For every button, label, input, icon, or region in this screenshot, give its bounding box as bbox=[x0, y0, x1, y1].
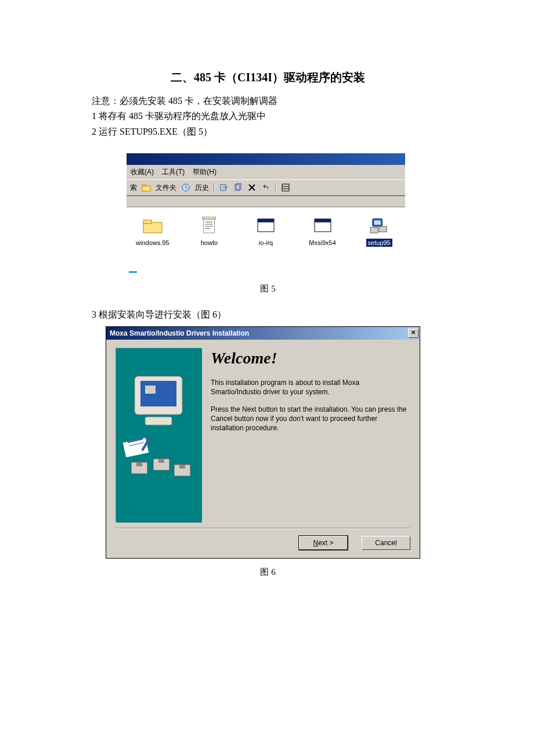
installer-heading: Welcome! bbox=[211, 349, 410, 368]
file-item[interactable]: io-irq bbox=[246, 217, 286, 247]
toolbar-history[interactable]: 历史 bbox=[195, 183, 209, 193]
svg-rect-9 bbox=[143, 222, 162, 233]
file-item[interactable]: howto bbox=[189, 217, 230, 247]
menu-favorites[interactable]: 收藏(A) bbox=[131, 167, 154, 177]
menu-help[interactable]: 帮助(H) bbox=[193, 167, 217, 177]
file-label: howto bbox=[199, 239, 219, 247]
figure-6-installer: Moxa Smartio/Industio Drivers Installati… bbox=[106, 326, 420, 559]
svg-rect-20 bbox=[315, 219, 331, 222]
installer-paragraph-2: Press the Next button to start the insta… bbox=[211, 405, 410, 433]
svg-rect-24 bbox=[370, 228, 378, 233]
file-item[interactable]: Mxsi9x54 bbox=[302, 217, 343, 247]
toolbar-search-fragment[interactable]: 索 bbox=[130, 183, 137, 193]
file-item[interactable]: setup95 bbox=[359, 217, 399, 247]
undo-icon[interactable] bbox=[261, 183, 270, 192]
installer-paragraph-1: This installation program is about to in… bbox=[211, 378, 410, 397]
delete-icon[interactable] bbox=[247, 183, 257, 192]
history-icon bbox=[181, 183, 190, 192]
explorer-toolbar: 索 文件夹 历史 bbox=[127, 179, 405, 196]
step-2: 2 运行 SETUP95.EXE（图 5） bbox=[92, 124, 444, 139]
file-label: windows.95 bbox=[134, 239, 171, 247]
menu-tools[interactable]: 工具(T) bbox=[162, 167, 185, 177]
svg-rect-11 bbox=[204, 218, 215, 233]
toolbar-folders[interactable]: 文件夹 bbox=[156, 183, 176, 193]
figure-5-explorer: 收藏(A) 工具(T) 帮助(H) 索 文件夹 历史 bbox=[127, 153, 405, 275]
svg-rect-25 bbox=[116, 348, 202, 523]
file-label: io-irq bbox=[257, 239, 275, 247]
svg-rect-18 bbox=[258, 219, 274, 222]
svg-rect-6 bbox=[282, 184, 289, 191]
explorer-gap bbox=[127, 196, 405, 207]
svg-rect-23 bbox=[379, 226, 387, 232]
svg-rect-22 bbox=[374, 221, 381, 225]
folder-icon bbox=[142, 217, 163, 235]
svg-rect-39 bbox=[179, 465, 185, 469]
installer-title: Moxa Smartio/Industio Drivers Installati… bbox=[110, 329, 249, 337]
views-icon[interactable] bbox=[281, 183, 290, 192]
next-button[interactable]: Next > bbox=[299, 536, 348, 550]
svg-rect-10 bbox=[143, 220, 151, 224]
exe-icon bbox=[255, 217, 276, 235]
figure-6-caption: 图 6 bbox=[92, 567, 444, 578]
svg-rect-28 bbox=[145, 386, 156, 394]
close-icon[interactable]: ✕ bbox=[408, 329, 418, 338]
installer-titlebar: Moxa Smartio/Industio Drivers Installati… bbox=[106, 327, 420, 340]
toolbar-separator bbox=[214, 182, 215, 193]
notice-line: 注意：必须先安装 485 卡，在安装调制解调器 bbox=[92, 93, 444, 109]
move-to-icon[interactable] bbox=[219, 183, 229, 192]
toolbar-separator bbox=[275, 182, 276, 193]
svg-rect-35 bbox=[136, 462, 142, 466]
file-label: setup95 bbox=[366, 239, 392, 247]
file-label: Mxsi9x54 bbox=[307, 239, 337, 247]
installer-divider bbox=[116, 528, 410, 529]
cancel-button[interactable]: Cancel bbox=[362, 536, 410, 550]
step-3: 3 根据安装向导进行安装（图 6） bbox=[92, 307, 444, 322]
text-file-icon bbox=[199, 217, 219, 235]
folders-icon bbox=[142, 183, 151, 192]
setup-icon bbox=[369, 217, 389, 235]
svg-rect-1 bbox=[142, 185, 146, 186]
installer-side-image bbox=[116, 348, 201, 522]
svg-rect-37 bbox=[158, 459, 164, 463]
copy-to-icon[interactable] bbox=[233, 183, 243, 192]
document-title: 二、485 卡（CI134I）驱动程序的安装 bbox=[92, 70, 444, 85]
explorer-content: windows.95 howto io-irq Mxsi9x54 bbox=[127, 207, 405, 263]
exe-icon bbox=[312, 217, 333, 235]
svg-rect-12 bbox=[203, 217, 216, 219]
file-item[interactable]: windows.95 bbox=[132, 217, 173, 247]
step-1: 1 将存有 485 卡驱动程序的光盘放入光驱中 bbox=[92, 109, 444, 124]
explorer-titlebar bbox=[127, 153, 405, 165]
explorer-menubar: 收藏(A) 工具(T) 帮助(H) bbox=[127, 165, 405, 179]
figure-5-caption: 图 5 bbox=[92, 283, 444, 294]
svg-rect-29 bbox=[145, 417, 172, 425]
